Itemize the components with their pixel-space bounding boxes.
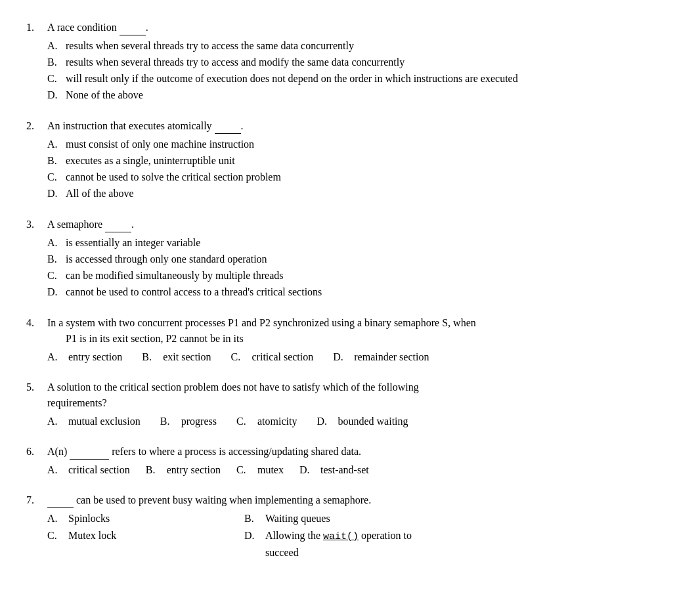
option-label: A. [47,511,66,527]
option-text: will result only if the outcome of execu… [66,71,674,87]
list-item: C. critical section [231,349,314,365]
option-text: cannot be used to control access to a th… [66,284,674,300]
option-label: D. [333,349,351,365]
option-label: A. [47,349,66,365]
option-text: progress [181,414,217,429]
option-label: B. [244,511,263,527]
option-label: C. [47,71,66,87]
question-2-text: An instruction that executes atomically … [47,118,674,134]
option-text: entry section [68,349,122,365]
question-3-text: A semaphore . [47,217,674,232]
question-3: 3. A semaphore . A. is essentially an in… [26,217,674,301]
list-item: D. All of the above [47,186,674,202]
question-4-options: A. entry section B. exit section C. crit… [47,349,674,365]
option-label: D. [47,186,66,202]
blank-3 [105,232,131,232]
list-item: B. entry section [146,462,221,478]
blank-2 [215,133,241,134]
question-5-text: A solution to the critical section probl… [47,379,674,411]
option-text: Allowing the wait() operation to succeed [265,528,441,561]
option-label: B. [146,462,164,478]
option-label: A. [47,462,66,478]
question-2: 2. An instruction that executes atomical… [26,118,674,202]
option-label: B. [142,349,160,365]
list-item: D. bounded waiting [317,414,408,429]
list-item: C. cannot be used to solve the critical … [47,169,674,185]
question-6-number: 6. [26,444,47,478]
question-1-content: A race condition . A. results when sever… [47,20,674,104]
option-label: B. [160,414,179,429]
list-item: D. test-and-set [299,462,369,478]
list-item: A. is essentially an integer variable [47,235,674,251]
option-label: C. [236,414,255,429]
question-2-options: A. must consist of only one machine inst… [47,137,674,202]
option-text: mutual exclusion [68,414,141,429]
question-4-content: In a system with two concurrent processe… [47,315,674,365]
question-6-text: A(n) refers to where a process is access… [47,444,674,460]
option-text: All of the above [66,186,674,202]
question-4-text: In a system with two concurrent processe… [47,315,674,347]
option-text: cannot be used to solve the critical sec… [66,169,674,185]
option-label: C. [47,528,66,561]
option-text: critical section [252,349,314,365]
option-label: A. [47,235,66,251]
option-label: D. [299,462,318,478]
option-label: D. [47,284,66,300]
list-item: A. mutual exclusion [47,414,141,429]
option-text: mutex [257,462,284,478]
question-1-options: A. results when several threads try to a… [47,38,674,103]
question-5: 5. A solution to the critical section pr… [26,379,674,429]
option-label: B. [47,153,66,169]
option-text: results when several threads try to acce… [66,54,674,70]
list-item: B. Waiting queues [244,511,441,527]
list-item: D. Allowing the wait() operation to succ… [244,528,441,561]
question-4-number: 4. [26,315,47,365]
option-text: is essentially an integer variable [66,235,674,251]
question-7: 7. can be used to prevent busy waiting w… [26,492,674,561]
list-item: C. will result only if the outcome of ex… [47,71,674,87]
question-1-number: 1. [26,20,47,104]
list-item: C. Mutex lock [47,528,244,561]
list-item: A. entry section [47,349,122,365]
option-label: A. [47,137,66,152]
option-label: C. [231,349,250,365]
list-item: B. is accessed through only one standard… [47,251,674,267]
list-item: C. atomicity [236,414,297,429]
question-4: 4. In a system with two concurrent proce… [26,315,674,365]
option-label: A. [47,414,66,429]
option-text: executes as a single, uninterruptible un… [66,153,674,169]
list-item: C. can be modified simultaneously by mul… [47,268,674,284]
question-7-number: 7. [26,492,47,561]
question-1: 1. A race condition . A. results when se… [26,20,674,104]
question-1-text: A race condition . [47,20,674,35]
option-label: D. [317,414,335,429]
option-label: B. [47,54,66,70]
list-item: A. Spinlocks [47,511,244,527]
option-label: C. [47,268,66,284]
option-text: critical section [68,462,130,478]
option-text: Spinlocks [68,511,244,527]
blank-6 [70,459,109,460]
option-text: remainder section [354,349,429,365]
question-6-content: A(n) refers to where a process is access… [47,444,674,478]
option-label: D. [244,528,263,561]
list-item: B. progress [160,414,217,429]
list-item: A. critical section [47,462,130,478]
question-6-options: A. critical section B. entry section C. … [47,462,674,478]
question-7-text: can be used to prevent busy waiting when… [47,492,674,508]
question-3-content: A semaphore . A. is essentially an integ… [47,217,674,301]
option-text: results when several threads try to acce… [66,38,674,54]
option-text: exit section [163,349,211,365]
option-text: must consist of only one machine instruc… [66,137,674,152]
option-label: C. [47,169,66,185]
question-5-content: A solution to the critical section probl… [47,379,674,429]
question-5-options: A. mutual exclusion B. progress C. atomi… [47,414,674,429]
question-2-content: An instruction that executes atomically … [47,118,674,202]
option-label: C. [236,462,255,478]
option-text: entry section [167,462,221,478]
option-text: is accessed through only one standard op… [66,251,674,267]
list-item: B. results when several threads try to a… [47,54,674,70]
option-label: B. [47,251,66,267]
question-3-number: 3. [26,217,47,301]
blank-7 [47,507,74,508]
